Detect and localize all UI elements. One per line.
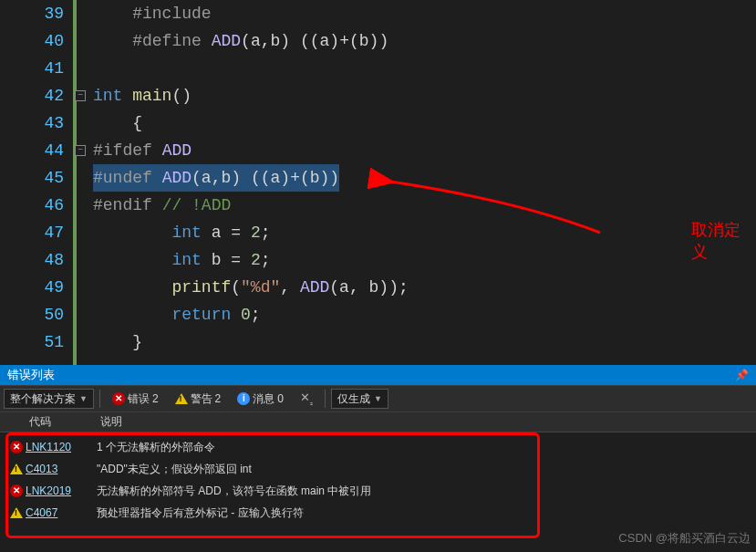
line-number: 47 — [18, 219, 64, 246]
code-line[interactable]: { — [93, 109, 756, 137]
error-row[interactable]: ✕LNK2019无法解析的外部符号 ADD，该符号在函数 main 中被引用 — [0, 480, 756, 502]
line-number: 48 — [18, 246, 64, 274]
line-number: 40 — [18, 27, 64, 55]
line-number-gutter: 39404142434445464748495051 — [18, 0, 73, 365]
messages-label: 消息 — [253, 391, 274, 407]
code-line[interactable]: } — [93, 328, 756, 356]
fold-strip[interactable]: −− — [73, 0, 89, 365]
column-header-code[interactable]: 代码 — [26, 412, 97, 432]
code-line[interactable] — [93, 55, 756, 82]
code-line[interactable]: #undef ADD(a,b) ((a)+(b)) — [93, 164, 756, 192]
errors-filter-button[interactable]: ✕ 错误 2 — [106, 389, 165, 409]
warning-icon — [10, 463, 23, 474]
warning-icon — [175, 393, 188, 404]
line-number: 43 — [18, 109, 64, 137]
error-row[interactable]: C4013"ADD"未定义；假设外部返回 int — [0, 458, 756, 480]
clear-button[interactable]: ✕₂ — [294, 389, 319, 409]
error-list[interactable]: ✕LNK11201 个无法解析的外部命令C4013"ADD"未定义；假设外部返回… — [0, 432, 756, 533]
error-row[interactable]: ✕LNK11201 个无法解析的外部命令 — [0, 436, 756, 458]
chevron-down-icon: ▼ — [79, 394, 88, 403]
line-number: 50 — [18, 301, 64, 328]
warnings-count: 2 — [215, 392, 222, 405]
error-description: 无法解析的外部符号 ADD，该符号在函数 main 中被引用 — [97, 484, 756, 499]
code-line[interactable]: printf("%d", ADD(a, b)); — [93, 274, 756, 301]
line-number: 51 — [18, 328, 64, 356]
code-area[interactable]: 取消定义 #include #define ADD(a,b) ((a)+(b))… — [89, 0, 756, 365]
code-editor[interactable]: 39404142434445464748495051 −− 取消定义 #incl… — [0, 0, 756, 365]
code-line[interactable]: #include — [93, 0, 756, 27]
line-number: 42 — [18, 82, 64, 109]
fold-toggle[interactable]: − — [75, 90, 86, 101]
code-change-bar — [73, 0, 77, 365]
column-header-desc[interactable]: 说明 — [97, 412, 756, 432]
error-list-toolbar: 整个解决方案 ▼ ✕ 错误 2 警告 2 i 消息 0 ✕₂ 仅生成 ▼ — [0, 385, 756, 412]
error-description: 1 个无法解析的外部命令 — [97, 440, 756, 455]
line-number: 45 — [18, 164, 64, 192]
scope-combo[interactable]: 整个解决方案 ▼ — [4, 389, 94, 409]
errors-count: 2 — [152, 392, 159, 405]
build-filter-value: 仅生成 — [337, 391, 370, 407]
error-icon: ✕ — [112, 392, 125, 405]
messages-filter-button[interactable]: i 消息 0 — [231, 389, 290, 409]
error-icon: ✕ — [10, 484, 23, 497]
code-line[interactable]: #endif // !ADD — [93, 192, 756, 219]
error-description: "ADD"未定义；假设外部返回 int — [97, 462, 756, 477]
build-filter-combo[interactable]: 仅生成 ▼ — [331, 389, 388, 409]
errors-label: 错误 — [128, 391, 150, 407]
fold-toggle[interactable]: − — [75, 145, 86, 156]
line-number: 44 — [18, 137, 64, 164]
code-line[interactable]: #define ADD(a,b) ((a)+(b)) — [93, 27, 756, 55]
separator — [325, 390, 326, 408]
clear-icon: ✕₂ — [300, 391, 313, 407]
code-line[interactable]: int b = 2; — [93, 246, 756, 274]
panel-title-text: 错误列表 — [7, 367, 55, 383]
watermark: CSDN @将船买酒白云边 — [618, 530, 751, 547]
code-line[interactable]: int main() — [93, 82, 756, 109]
error-code-link[interactable]: C4067 — [26, 506, 97, 519]
code-line[interactable]: return 0; — [93, 301, 756, 328]
error-row[interactable]: C4067预处理器指令后有意外标记 - 应输入换行符 — [0, 502, 756, 524]
code-line[interactable]: int a = 2; — [93, 219, 756, 246]
line-number: 39 — [18, 0, 64, 27]
editor-left-margin — [0, 0, 18, 365]
line-number: 41 — [18, 55, 64, 82]
pin-icon[interactable]: 📌 — [735, 369, 749, 381]
error-code-link[interactable]: C4013 — [26, 463, 97, 475]
error-code-link[interactable]: LNK1120 — [26, 441, 97, 453]
warning-icon — [10, 507, 23, 518]
error-grid-header[interactable]: 代码 说明 — [0, 412, 756, 432]
line-number: 46 — [18, 192, 64, 219]
error-icon: ✕ — [10, 441, 23, 453]
error-code-link[interactable]: LNK2019 — [26, 484, 97, 497]
scope-value: 整个解决方案 — [10, 391, 76, 407]
warnings-label: 警告 — [191, 391, 212, 407]
warnings-filter-button[interactable]: 警告 2 — [169, 389, 228, 409]
annotation-text: 取消定义 — [691, 219, 756, 263]
messages-count: 0 — [277, 392, 284, 405]
separator — [99, 390, 100, 408]
error-list-title-bar[interactable]: 错误列表 📌 — [0, 365, 756, 385]
line-number: 49 — [18, 274, 64, 301]
chevron-down-icon: ▼ — [374, 394, 382, 403]
error-description: 预处理器指令后有意外标记 - 应输入换行符 — [97, 505, 756, 521]
info-icon: i — [237, 392, 250, 405]
code-line[interactable]: #ifdef ADD — [93, 137, 756, 164]
